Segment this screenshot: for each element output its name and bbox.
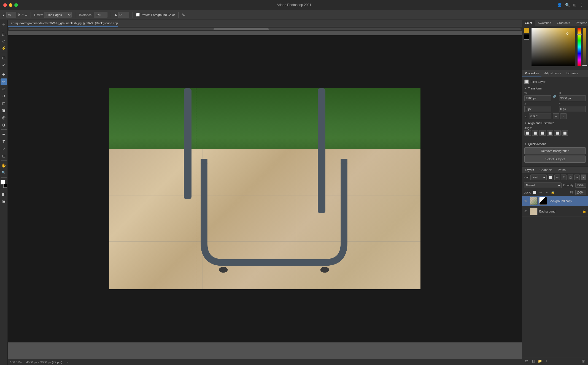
angle-input[interactable] [118,12,129,18]
pen-tool[interactable]: ✒ [1,131,7,138]
clone-tool[interactable]: ⊕ [1,86,7,92]
path-select-tool[interactable]: ↗ [1,145,7,152]
tab-patterns[interactable]: Patterns [573,20,588,26]
heal-tool[interactable]: ✚ [1,71,7,78]
quick-select-tool[interactable]: ⚡ [1,45,7,51]
lock-pixels-btn[interactable]: ⬜ [532,190,537,195]
zoom-tool[interactable]: 🔍 [1,169,7,176]
layer-item-background[interactable]: 👁 Background 🔒 [522,206,588,217]
search-icon[interactable]: 🔍 [565,3,570,7]
minimize-button[interactable] [9,3,12,7]
hand-tool[interactable]: ✋ [1,162,7,169]
filter-shape-btn[interactable]: ◻ [568,175,573,180]
select-subject-button[interactable]: Select Subject [524,156,586,163]
sample-icon[interactable]: ✎ [182,13,185,17]
visibility-icon-bg[interactable]: 👁 [524,209,528,214]
align-left-btn[interactable]: ⬜ [524,130,531,136]
width-input[interactable] [524,95,551,101]
align-header[interactable]: ▼ Align and Distribute [524,121,586,125]
new-group-btn[interactable]: 📁 [537,358,543,364]
tab-adjustments[interactable]: Adjustments [541,70,564,77]
blend-mode-select[interactable]: Normal Multiply Screen Overlay [524,182,562,188]
lasso-tool[interactable]: ⊙ [1,38,7,44]
screen-mode[interactable]: ▣ [1,198,7,205]
height-input[interactable] [559,95,586,101]
brush-size-input[interactable] [6,12,16,18]
flip-v-btn[interactable]: ↕ [560,113,567,119]
eraser-tool[interactable]: ◻ [1,100,7,107]
layer-item-background-copy[interactable]: 👁 Background copy [522,196,588,206]
user-icon[interactable]: 👤 [557,3,562,7]
angle-field[interactable] [529,113,551,119]
type-tool[interactable]: T [1,138,7,145]
more-status-icon[interactable]: > [67,361,68,364]
scrollbar-track[interactable] [9,28,521,30]
hue-bar-vertical[interactable] [578,28,581,66]
lock-position-btn[interactable]: ✏ [538,190,543,195]
tab-properties[interactable]: Properties [522,70,541,77]
filter-pixel-btn[interactable]: ⬜ [548,175,553,180]
color-swatches[interactable] [1,180,7,188]
add-style-btn[interactable]: fx [524,358,529,364]
x-input[interactable] [524,106,551,112]
fill-input[interactable] [575,190,586,195]
limits-select[interactable]: Find Edges Contiguous Discontiguous [44,12,72,18]
tab-paths[interactable]: Paths [555,167,568,173]
delete-layer-btn[interactable]: 🗑 [581,358,586,364]
background-color[interactable] [3,184,7,188]
canvas-container[interactable] [8,27,522,359]
remove-background-button[interactable]: Remove Background [524,147,586,154]
tab-libraries[interactable]: Libraries [564,70,581,77]
tab-layers[interactable]: Layers [522,167,537,173]
filter-adj-btn[interactable]: ✏ [554,175,560,180]
opacity-input[interactable] [575,183,586,188]
align-right-btn[interactable]: ⬜ [539,130,546,136]
tab-color[interactable]: Color [522,20,535,26]
lock-artboard-btn[interactable]: + [544,190,549,195]
close-button[interactable] [3,3,7,7]
quick-actions-header[interactable]: ▼ Quick Actions [524,142,586,146]
y-input[interactable] [559,106,586,112]
gradient-tool[interactable]: ▣ [1,107,7,114]
visibility-icon-copy[interactable]: 👁 [524,199,528,203]
add-mask-btn[interactable]: ◧ [530,358,536,364]
brush-tool[interactable]: ✏ [1,78,7,85]
tab-channels[interactable]: Channels [537,167,555,173]
flip-h-btn[interactable]: ↔ [553,113,559,119]
dodge-tool[interactable]: ◑ [1,121,7,128]
color-gradient[interactable] [532,28,575,66]
filter-smart-btn[interactable]: ✦ [574,175,580,180]
move-tool[interactable]: ✛ [1,21,7,28]
crop-tool[interactable]: ⊡ [1,55,7,61]
panels-icon[interactable]: ⊞ [573,3,576,7]
more-icon[interactable]: ⋮ [580,3,584,7]
tab-gradients[interactable]: Gradients [554,20,573,26]
opacity-bar-vertical[interactable] [583,28,586,66]
align-center-v-btn[interactable]: ⬜ [554,130,561,136]
maximize-button[interactable] [14,3,18,7]
blur-tool[interactable]: ◎ [1,114,7,121]
filter-select[interactable]: Kind [530,175,547,180]
filter-type-btn[interactable]: T [561,175,567,180]
link-icon[interactable]: 🔗 [552,93,556,100]
tab-swatches[interactable]: Swatches [535,20,554,26]
protect-fg-checkbox[interactable] [136,13,140,17]
marquee-tool[interactable]: ⬚ [1,31,7,37]
more-button[interactable]: ··· [524,137,586,142]
history-tool[interactable]: ↺ [1,93,7,99]
new-layer-btn[interactable]: + [544,358,549,364]
tolerance-input[interactable] [94,12,107,18]
transform-header[interactable]: ▼ Transform [524,87,586,90]
background-swatch[interactable] [524,34,529,40]
align-bottom-btn[interactable]: ⬜ [562,130,568,136]
quick-mask-tool[interactable]: ◧ [1,191,7,197]
align-top-btn[interactable]: ⬜ [547,130,553,136]
foreground-swatch[interactable] [524,28,529,33]
eyedropper-tool[interactable]: ⊘ [1,62,7,68]
shape-tool[interactable]: ◻ [1,152,7,159]
lock-all-btn[interactable]: 🔒 [550,190,555,195]
scrollbar-thumb[interactable] [214,28,269,30]
canvas-scrollbar[interactable] [8,27,522,31]
align-center-h-btn[interactable]: ⬜ [532,130,538,136]
document-tab[interactable]: enrique-ortega-miranda-b3xo3WvH_g8-unspl… [8,20,118,27]
